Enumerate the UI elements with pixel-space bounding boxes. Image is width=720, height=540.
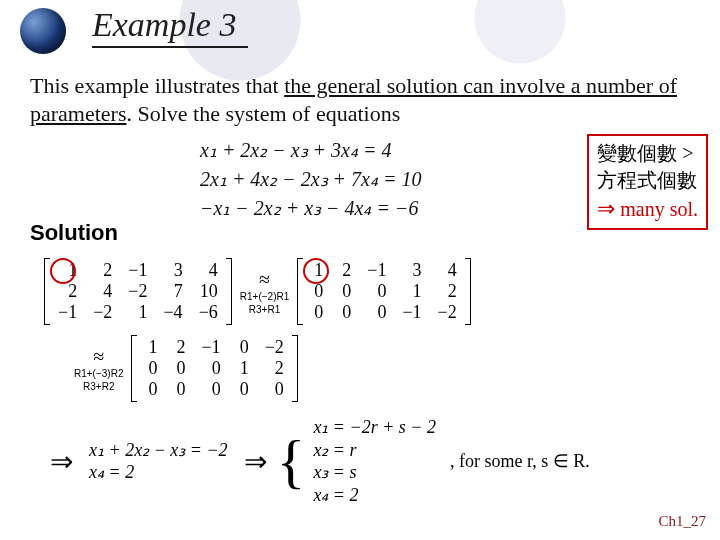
rowop-2a: R1+(−3)R2 <box>74 368 123 379</box>
parametric-solution: x₁ = −2r + s − 2 x₂ = r x₃ = s x₄ = 2 <box>307 416 442 506</box>
rowop-1a: R1+(−2)R1 <box>240 291 289 302</box>
implies-arrow-2: ⇒ <box>234 445 277 478</box>
eq-line-3: −x₁ − 2x₂ + x₃ − 4x₄ = −6 <box>200 194 422 223</box>
left-brace-icon: { <box>277 443 308 479</box>
reduced-equations: x₁ + 2x₂ − x₃ = −2 x₄ = 2 <box>83 439 234 484</box>
implies-arrow-1: ⇒ <box>40 445 83 478</box>
param-eq-2: x₂ = r <box>313 439 436 462</box>
matrix-B: 100 200 −100 31−1 42−2 <box>297 258 470 325</box>
matrix-work: 12−1 24−2 −1−21 37−4 410−6 ≈ R1+(−2)R1 R… <box>40 258 690 506</box>
slide: Example 3 This example illustrates that … <box>0 0 720 540</box>
annot-line-3-text: many sol. <box>615 198 698 220</box>
annot-line-1: 變數個數 > <box>597 140 698 167</box>
matrix-A: 12−1 24−2 −1−21 37−4 410−6 <box>44 258 232 325</box>
eq-line-1: x₁ + 2x₂ − x₃ + 3x₄ = 4 <box>200 136 422 165</box>
description: This example illustrates that the genera… <box>30 72 690 127</box>
implies-icon: ⇒ <box>597 196 615 221</box>
desc-post: . Solve the system of equations <box>127 101 401 126</box>
annotation-box: 變數個數 > 方程式個數 ⇒ many sol. <box>587 134 708 230</box>
matrix-C: 100 200 −100 010 −220 <box>131 335 297 402</box>
reduction-step-1: 12−1 24−2 −1−21 37−4 410−6 ≈ R1+(−2)R1 R… <box>40 258 690 325</box>
param-eq-1: x₁ = −2r + s − 2 <box>313 416 436 439</box>
system-equations: x₁ + 2x₂ − x₃ + 3x₄ = 4 2x₁ + 4x₂ − 2x₃ … <box>200 136 422 223</box>
annot-line-2: 方程式個數 <box>597 167 698 194</box>
rowop-2b: R3+R2 <box>83 381 114 392</box>
rowop-1b: R3+R1 <box>249 304 280 315</box>
annot-line-3: ⇒ many sol. <box>597 194 698 224</box>
reduction-step-2: ≈ R1+(−3)R2 R3+R2 100 200 −100 010 −220 <box>40 335 690 402</box>
for-some-text: , for some r, s ∈ R. <box>442 450 590 472</box>
implication-chain: ⇒ x₁ + 2x₂ − x₃ = −2 x₄ = 2 ⇒ { x₁ = −2r… <box>40 416 690 506</box>
row-equiv-1: ≈ R1+(−2)R1 R3+R1 <box>236 269 293 315</box>
param-eq-4: x₄ = 2 <box>313 484 436 507</box>
globe-icon <box>20 8 66 54</box>
reduced-eq-1: x₁ + 2x₂ − x₃ = −2 <box>89 439 228 462</box>
eq-line-2: 2x₁ + 4x₂ − 2x₃ + 7x₄ = 10 <box>200 165 422 194</box>
slide-footer: Ch1_27 <box>658 513 706 530</box>
pivot-circle-A <box>50 258 76 284</box>
reduced-eq-2: x₄ = 2 <box>89 461 228 484</box>
desc-pre: This example illustrates that <box>30 73 284 98</box>
slide-title: Example 3 <box>92 6 248 48</box>
solution-heading: Solution <box>30 220 118 246</box>
row-equiv-2: ≈ R1+(−3)R2 R3+R2 <box>70 346 127 392</box>
param-eq-3: x₃ = s <box>313 461 436 484</box>
